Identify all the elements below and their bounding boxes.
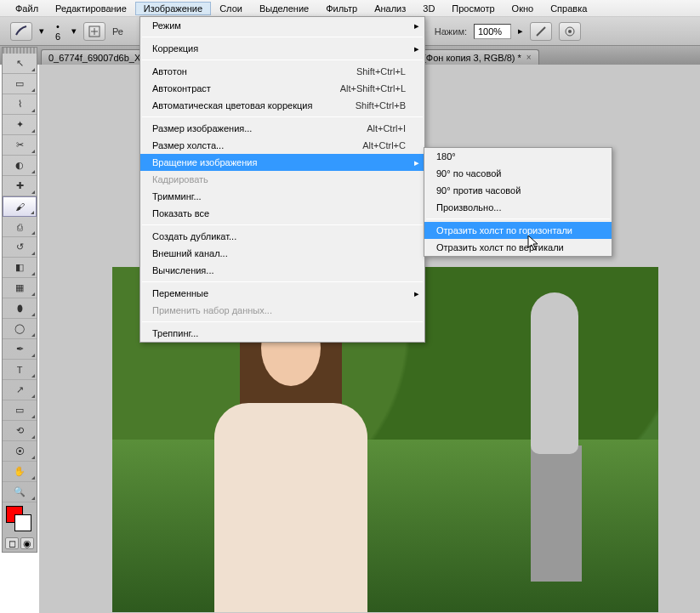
- opacity-label: Нажим:: [435, 26, 467, 37]
- type-tool[interactable]: T: [3, 360, 37, 380]
- brush-size-value: 6: [51, 31, 65, 42]
- close-icon[interactable]: ×: [526, 53, 532, 62]
- quickmask-mode-icon[interactable]: ◉: [20, 537, 34, 549]
- standard-mode-icon[interactable]: ◻: [5, 537, 19, 549]
- menu-shortcut: Shift+Ctrl+L: [356, 66, 406, 77]
- menu-separator: [142, 321, 423, 322]
- menu-item-label: Показать все: [152, 208, 209, 219]
- menu-separator: [142, 37, 423, 37]
- blur-tool[interactable]: ⬮: [3, 298, 37, 319]
- lasso-tool[interactable]: ⌇: [3, 94, 37, 115]
- stamp-tool[interactable]: ⎙: [3, 217, 37, 237]
- menubar-item-3[interactable]: Слои: [211, 2, 251, 15]
- menu-separator: [142, 281, 423, 282]
- brush-dot-icon: •: [56, 21, 60, 31]
- menu-item: Применить набор данных...: [140, 302, 424, 319]
- toolbox-grip[interactable]: [3, 48, 37, 54]
- background-color[interactable]: [14, 514, 31, 531]
- wand-tool[interactable]: ✦: [3, 115, 37, 135]
- gradient-tool[interactable]: ▦: [3, 278, 37, 298]
- tablet-pressure-toggle[interactable]: [559, 22, 581, 41]
- menubar: ФайлРедактированиеИзображениеСлоиВыделен…: [0, 0, 700, 17]
- menu-item[interactable]: Коррекция▸: [140, 40, 424, 57]
- color-swatches: [3, 502, 37, 535]
- menubar-item-7[interactable]: 3D: [414, 2, 443, 15]
- menu-item-label: 90° по часовой: [436, 168, 501, 179]
- menubar-item-6[interactable]: Анализ: [366, 2, 414, 15]
- chevron-right-icon: ▸: [414, 157, 419, 168]
- crop-tool[interactable]: ✂: [3, 135, 37, 156]
- zoom-tool[interactable]: 🔍: [3, 482, 37, 502]
- menu-item-label: Создать дубликат...: [152, 231, 236, 241]
- healing-tool[interactable]: ✚: [3, 176, 37, 196]
- tab-label: 0_6774f_69007d6b_X: [48, 53, 140, 63]
- menu-item[interactable]: 90° против часовой: [424, 182, 612, 199]
- menu-item[interactable]: АвтоконтрастAlt+Shift+Ctrl+L: [140, 80, 424, 97]
- menubar-item-4[interactable]: Выделение: [251, 2, 317, 15]
- brush-tool[interactable]: 🖌: [3, 196, 37, 217]
- eyedropper-tool[interactable]: ◐: [3, 156, 37, 176]
- menu-item[interactable]: Вычисления...: [140, 262, 424, 279]
- eraser-tool[interactable]: ◧: [3, 258, 37, 278]
- menubar-item-8[interactable]: Просмотр: [443, 2, 503, 15]
- menu-item-label: 180°: [436, 151, 456, 162]
- menu-item-label: Вращение изображения: [152, 157, 257, 167]
- menubar-item-5[interactable]: Фильтр: [317, 2, 366, 15]
- menubar-item-10[interactable]: Справка: [542, 2, 595, 15]
- image-menu-dropdown: Режим▸Коррекция▸АвтотонShift+Ctrl+LАвток…: [139, 16, 425, 343]
- move-tool[interactable]: ↖: [3, 54, 37, 74]
- shape-tool[interactable]: ▭: [3, 400, 37, 421]
- menu-item[interactable]: Размер холста...Alt+Ctrl+C: [140, 137, 424, 154]
- menu-item-label: Автоматическая цветовая коррекция: [152, 100, 312, 111]
- menu-shortcut: Alt+Ctrl+C: [362, 140, 406, 150]
- menu-separator: [142, 60, 423, 60]
- menu-item-label: Размер холста...: [152, 140, 224, 150]
- menu-item-label: Автотон: [152, 66, 187, 77]
- menu-shortcut: Alt+Shift+Ctrl+L: [340, 83, 406, 94]
- toolbox: ↖▭⌇✦✂◐✚🖌⎙↺◧▦⬮◯✒T↗▭⟲⦿✋🔍 ◻ ◉: [2, 47, 37, 553]
- menu-item[interactable]: Отразить холст по вертикали: [424, 239, 612, 256]
- dodge-tool[interactable]: ◯: [3, 319, 37, 339]
- chevron-right-icon: ▸: [414, 20, 419, 31]
- menubar-item-1[interactable]: Редактирование: [47, 2, 135, 15]
- menu-separator: [142, 116, 423, 117]
- path-tool[interactable]: ↗: [3, 380, 37, 400]
- menu-shortcut: Shift+Ctrl+B: [356, 100, 406, 111]
- pen-tool[interactable]: ✒: [3, 339, 37, 360]
- menu-item[interactable]: Режим▸: [140, 17, 424, 34]
- 3d-tool[interactable]: ⟲: [3, 421, 37, 441]
- menu-item[interactable]: Треппинг...: [140, 325, 424, 342]
- menu-item[interactable]: Отразить холст по горизонтали: [424, 222, 612, 239]
- menu-item-label: Внешний канал...: [152, 248, 228, 258]
- menu-item[interactable]: Тримминг...: [140, 188, 424, 205]
- chevron-down-icon: ▾: [39, 26, 44, 37]
- marquee-tool[interactable]: ▭: [3, 74, 37, 94]
- hand-tool[interactable]: ✋: [3, 462, 37, 482]
- menubar-item-9[interactable]: Окно: [504, 2, 543, 15]
- 3d-camera-tool[interactable]: ⦿: [3, 441, 37, 462]
- menu-item[interactable]: Создать дубликат...: [140, 228, 424, 245]
- brush-panel-toggle[interactable]: [83, 22, 105, 41]
- menu-item-label: Треппинг...: [152, 328, 198, 338]
- menu-item[interactable]: Внешний канал...: [140, 245, 424, 262]
- opacity-input[interactable]: 100%: [474, 24, 511, 39]
- menu-item-label: 90° против часовой: [436, 185, 521, 196]
- menu-item[interactable]: Автоматическая цветовая коррекцияShift+C…: [140, 97, 424, 114]
- menu-item[interactable]: Вращение изображения▸: [140, 154, 424, 171]
- history-brush-tool[interactable]: ↺: [3, 237, 37, 258]
- menu-item[interactable]: 180°: [424, 148, 612, 165]
- tool-preset-picker[interactable]: [10, 22, 32, 41]
- menu-item[interactable]: 90° по часовой: [424, 165, 612, 182]
- menu-item[interactable]: Произвольно...: [424, 199, 612, 216]
- menu-item[interactable]: Показать все: [140, 205, 424, 222]
- menu-item[interactable]: АвтотонShift+Ctrl+L: [140, 63, 424, 80]
- menu-item[interactable]: Переменные▸: [140, 285, 424, 302]
- menu-separator: [426, 219, 610, 219]
- chevron-right-icon: ▸: [414, 43, 419, 54]
- menubar-item-0[interactable]: Файл: [7, 2, 47, 15]
- menu-shortcut: Alt+Ctrl+I: [367, 123, 406, 133]
- document-tab-1[interactable]: (Фон копия 3, RGB/8) *×: [415, 49, 539, 65]
- airbrush-toggle[interactable]: [530, 22, 552, 41]
- menu-item[interactable]: Размер изображения...Alt+Ctrl+I: [140, 120, 424, 137]
- menubar-item-2[interactable]: Изображение: [135, 2, 211, 15]
